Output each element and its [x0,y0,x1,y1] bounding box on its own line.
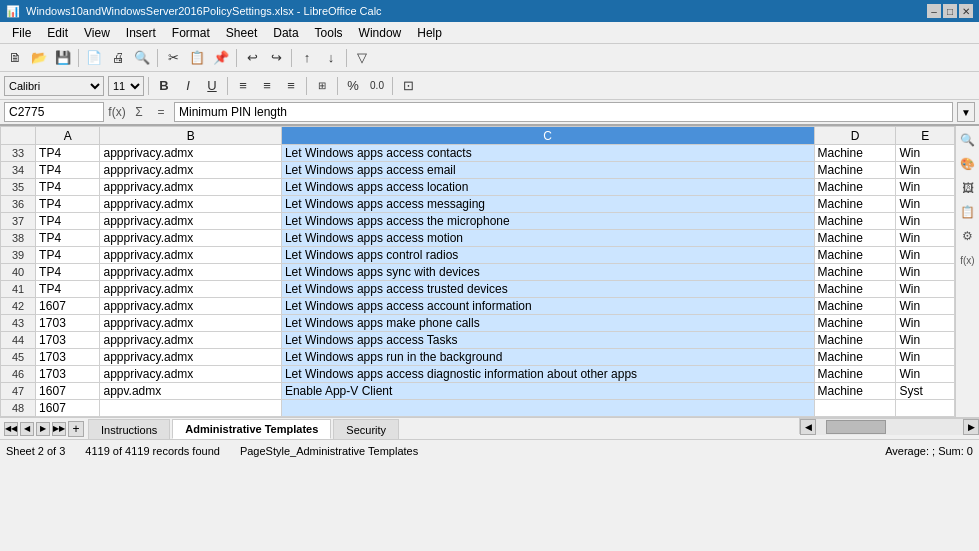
cell-e[interactable] [896,400,955,417]
cell-d[interactable]: Machine [814,366,896,383]
sort-asc-button[interactable]: ↑ [296,47,318,69]
cell-c[interactable]: Let Windows apps access diagnostic infor… [281,366,814,383]
cell-c[interactable]: Let Windows apps run in the background [281,349,814,366]
cell-e[interactable]: Win [896,349,955,366]
cell-c[interactable]: Let Windows apps access contacts [281,145,814,162]
cell-a[interactable]: TP4 [36,281,100,298]
cell-a[interactable]: 1703 [36,349,100,366]
underline-button[interactable]: U [201,75,223,97]
formula-input[interactable] [174,102,953,122]
cell-a[interactable]: 1703 [36,366,100,383]
cell-e[interactable]: Win [896,315,955,332]
font-family-select[interactable]: Calibri [4,76,104,96]
cell-b[interactable]: appv.admx [100,383,281,400]
cell-d[interactable]: Machine [814,281,896,298]
cell-e[interactable]: Win [896,264,955,281]
tab-instructions[interactable]: Instructions [88,419,170,439]
tab-administrative-templates[interactable]: Administrative Templates [172,419,331,439]
cell-c[interactable]: Let Windows apps access Tasks [281,332,814,349]
menu-item-window[interactable]: Window [351,24,410,42]
cell-a[interactable]: TP4 [36,145,100,162]
cell-e[interactable]: Win [896,366,955,383]
cell-e[interactable]: Win [896,230,955,247]
sidebar-fx-btn[interactable]: f(x) [958,250,978,270]
copy-button[interactable]: 📋 [186,47,208,69]
cell-e[interactable]: Win [896,162,955,179]
menu-item-data[interactable]: Data [265,24,306,42]
col-b-header[interactable]: B [100,127,281,145]
italic-button[interactable]: I [177,75,199,97]
cell-c[interactable]: Let Windows apps access email [281,162,814,179]
cell-d[interactable] [814,400,896,417]
close-button[interactable]: ✕ [959,4,973,18]
cell-c[interactable]: Let Windows apps access motion [281,230,814,247]
formula-dropdown[interactable]: ▼ [957,102,975,122]
cell-c[interactable]: Let Windows apps access messaging [281,196,814,213]
cell-a[interactable]: TP4 [36,230,100,247]
cell-e[interactable]: Win [896,179,955,196]
cell-b[interactable]: appprivacy.admx [100,332,281,349]
cell-d[interactable]: Machine [814,145,896,162]
currency-button[interactable]: 0.0 [366,75,388,97]
menu-item-insert[interactable]: Insert [118,24,164,42]
cell-d[interactable]: Machine [814,264,896,281]
cell-a[interactable]: TP4 [36,247,100,264]
cell-b[interactable]: appprivacy.admx [100,366,281,383]
function-wizard-button[interactable]: f(x) [108,103,126,121]
autofilter-button[interactable]: ▽ [351,47,373,69]
cell-b[interactable]: appprivacy.admx [100,315,281,332]
align-left-button[interactable]: ≡ [232,75,254,97]
sidebar-navigator-btn[interactable]: 📋 [958,202,978,222]
menu-item-tools[interactable]: Tools [307,24,351,42]
cell-c[interactable]: Let Windows apps access location [281,179,814,196]
cell-a[interactable]: TP4 [36,196,100,213]
cell-d[interactable]: Machine [814,315,896,332]
cell-d[interactable]: Machine [814,230,896,247]
tab-prev-button[interactable]: ◀ [20,422,34,436]
sidebar-functions-btn[interactable]: ⚙ [958,226,978,246]
cell-c[interactable] [281,400,814,417]
merge-button[interactable]: ⊞ [311,75,333,97]
redo-button[interactable]: ↪ [265,47,287,69]
cell-b[interactable]: appprivacy.admx [100,298,281,315]
cell-b[interactable]: appprivacy.admx [100,145,281,162]
tab-last-button[interactable]: ▶▶ [52,422,66,436]
cell-d[interactable]: Machine [814,383,896,400]
cell-b[interactable]: appprivacy.admx [100,230,281,247]
tab-first-button[interactable]: ◀◀ [4,422,18,436]
cell-b[interactable]: appprivacy.admx [100,213,281,230]
cell-a[interactable]: 1607 [36,400,100,417]
menu-item-file[interactable]: File [4,24,39,42]
preview-button[interactable]: 🔍 [131,47,153,69]
cell-e[interactable]: Win [896,298,955,315]
cell-c[interactable]: Let Windows apps access the microphone [281,213,814,230]
cell-d[interactable]: Machine [814,349,896,366]
col-a-header[interactable]: A [36,127,100,145]
cell-d[interactable]: Machine [814,196,896,213]
cell-d[interactable]: Machine [814,247,896,264]
cell-a[interactable]: 1703 [36,332,100,349]
hscroll-left-button[interactable]: ◀ [800,419,816,435]
open-button[interactable]: 📂 [28,47,50,69]
font-size-select[interactable]: 11 [108,76,144,96]
cell-b[interactable]: appprivacy.admx [100,281,281,298]
cell-a[interactable]: TP4 [36,264,100,281]
cell-b[interactable]: appprivacy.admx [100,247,281,264]
col-d-header[interactable]: D [814,127,896,145]
border-button[interactable]: ⊡ [397,75,419,97]
cell-e[interactable]: Syst [896,383,955,400]
cut-button[interactable]: ✂ [162,47,184,69]
paste-button[interactable]: 📌 [210,47,232,69]
menu-item-edit[interactable]: Edit [39,24,76,42]
cell-d[interactable]: Machine [814,298,896,315]
cell-d[interactable]: Machine [814,332,896,349]
cell-c[interactable]: Let Windows apps make phone calls [281,315,814,332]
cell-e[interactable]: Win [896,332,955,349]
cell-d[interactable]: Machine [814,179,896,196]
menu-item-help[interactable]: Help [409,24,450,42]
cell-c[interactable]: Let Windows apps sync with devices [281,264,814,281]
hscroll-right-button[interactable]: ▶ [963,419,979,435]
percent-button[interactable]: % [342,75,364,97]
cell-e[interactable]: Win [896,196,955,213]
cell-e[interactable]: Win [896,247,955,264]
